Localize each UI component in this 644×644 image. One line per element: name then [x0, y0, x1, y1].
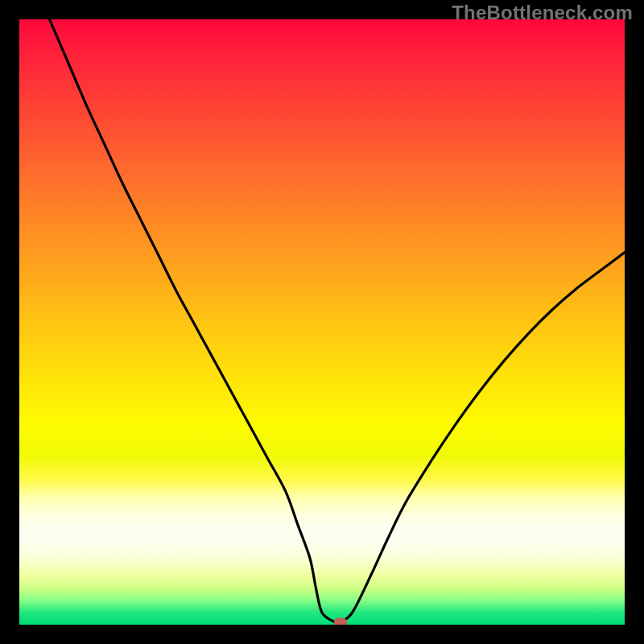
watermark-text: TheBottleneck.com	[452, 2, 633, 24]
bottleneck-curve-path	[50, 19, 625, 623]
plot-area	[19, 19, 625, 625]
bottleneck-curve-svg	[19, 19, 625, 625]
chart-frame: TheBottleneck.com	[0, 0, 644, 644]
optimal-point-marker	[334, 618, 347, 625]
